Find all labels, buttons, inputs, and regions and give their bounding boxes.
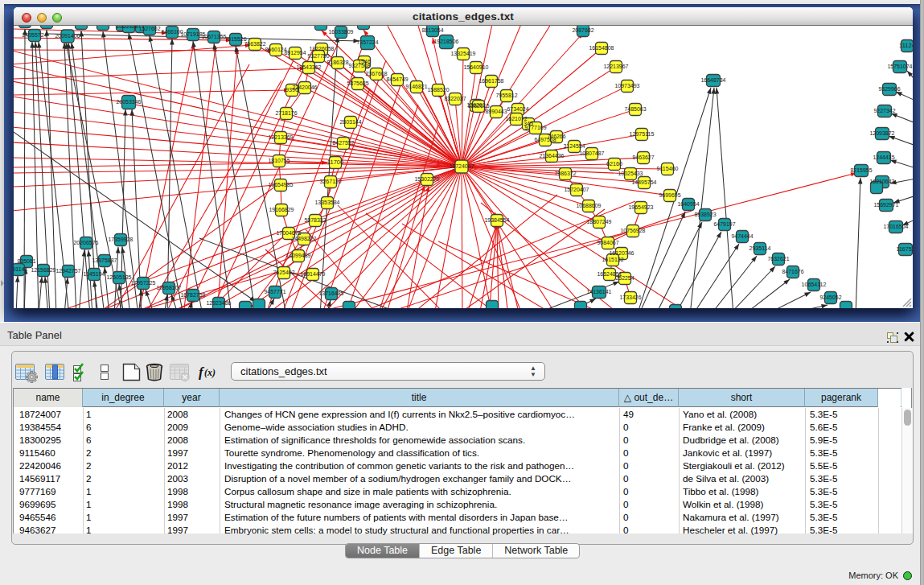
svg-text:9390: 9390 [285, 87, 298, 93]
svg-text:12093872: 12093872 [870, 130, 895, 136]
svg-text:12923486: 12923486 [207, 300, 232, 306]
svg-text:13975887: 13975887 [92, 257, 117, 263]
svg-text:7485063: 7485063 [625, 106, 647, 112]
svg-text:12213967: 12213967 [604, 64, 629, 69]
svg-text:835061: 835061 [18, 258, 36, 264]
svg-text:9699695: 9699695 [659, 192, 681, 198]
svg-text:14498222: 14498222 [292, 236, 317, 241]
svg-text:9474444: 9474444 [732, 233, 754, 239]
svg-text:62160: 62160 [606, 161, 622, 167]
svg-text:1527602: 1527602 [139, 26, 161, 31]
svg-text:8912954: 8912954 [285, 50, 306, 56]
svg-text:15720407: 15720407 [565, 187, 589, 192]
svg-text:12975115: 12975115 [630, 131, 655, 137]
svg-text:15302270: 15302270 [415, 176, 440, 182]
svg-text:9146821: 9146821 [406, 84, 428, 89]
svg-text:21364436: 21364436 [540, 153, 565, 159]
svg-text:14495754: 14495754 [632, 179, 657, 185]
svg-text:8454749: 8454749 [387, 76, 409, 82]
svg-text:10653287: 10653287 [117, 26, 142, 29]
svg-text:7986372: 7986372 [555, 171, 577, 176]
svg-text:8322037: 8322037 [445, 96, 466, 101]
svg-text:10807487: 10807487 [580, 150, 605, 156]
svg-text:11700: 11700 [327, 159, 343, 165]
svg-text:7625402: 7625402 [273, 270, 295, 275]
svg-text:9115460: 9115460 [657, 166, 679, 171]
svg-text:2935114: 2935114 [749, 245, 771, 251]
svg-text:2087682: 2087682 [573, 27, 594, 33]
svg-text:12942757: 12942757 [56, 268, 81, 274]
svg-text:6479197: 6479197 [714, 221, 736, 227]
svg-text:8938923: 8938923 [695, 212, 717, 217]
svg-text:17957225: 17957225 [131, 280, 156, 286]
svg-text:19166829: 19166829 [269, 207, 294, 212]
svg-text:10543362: 10543362 [297, 64, 322, 70]
svg-text:10973493: 10973493 [615, 83, 640, 89]
svg-text:7632621: 7632621 [768, 256, 790, 262]
svg-text:10756928: 10756928 [621, 228, 646, 233]
svg-text:8990443: 8990443 [486, 109, 507, 114]
svg-text:10654112: 10654112 [802, 282, 827, 287]
svg-text:5875685: 5875685 [347, 80, 369, 86]
svg-text:15751074: 15751074 [888, 64, 913, 69]
svg-text:9227342: 9227342 [874, 108, 896, 113]
svg-text:16648784: 16648784 [701, 77, 726, 83]
svg-text:8186328: 8186328 [327, 60, 349, 65]
svg-text:13716485: 13716485 [319, 290, 344, 296]
svg-text:19218506: 19218506 [434, 39, 459, 44]
svg-text:7357224: 7357224 [357, 39, 379, 45]
svg-text:19654923: 19654923 [629, 204, 654, 210]
svg-text:1733426: 1733426 [620, 295, 642, 300]
svg-text:10688609: 10688609 [577, 203, 602, 208]
svg-text:1640954: 1640954 [678, 201, 700, 207]
svg-text:3124554: 3124554 [564, 143, 585, 149]
svg-text:746266: 746266 [548, 134, 566, 139]
svg-text:2803144: 2803144 [340, 119, 362, 125]
svg-text:10671355: 10671355 [202, 34, 227, 39]
svg-text:16961758: 16961758 [479, 78, 504, 84]
svg-text:14136141: 14136141 [587, 289, 612, 295]
svg-text:14099489: 14099489 [286, 253, 311, 258]
svg-text:11124: 11124 [899, 43, 913, 48]
svg-text:20091406: 20091406 [55, 33, 80, 39]
svg-text:9327508: 9327508 [349, 63, 371, 68]
svg-text:13325419: 13325419 [451, 51, 476, 56]
svg-text:16782759: 16782759 [181, 292, 206, 298]
svg-text:19384554: 19384554 [485, 217, 510, 223]
svg-text:10025433: 10025433 [618, 171, 643, 176]
svg-text:20053346: 20053346 [117, 99, 142, 105]
svg-text:19654985: 19654985 [269, 182, 294, 187]
svg-text:9327750: 9327750 [308, 53, 330, 59]
svg-text:15692971: 15692971 [874, 202, 899, 208]
svg-text:9329966: 9329966 [879, 86, 901, 92]
svg-text:5878332: 5878332 [305, 217, 326, 223]
svg-text:17004675: 17004675 [277, 230, 302, 236]
svg-text:8471676: 8471676 [782, 269, 804, 274]
svg-text:9084067: 9084067 [598, 240, 619, 245]
svg-text:1615132: 1615132 [602, 257, 624, 262]
svg-text:2367608: 2367608 [366, 71, 388, 76]
svg-text:6734024: 6734024 [507, 106, 529, 112]
svg-text:16914479: 16914479 [301, 271, 326, 277]
svg-text:13353584: 13353584 [315, 200, 340, 205]
svg-text:16154808: 16154808 [589, 45, 614, 51]
svg-text:12156829: 12156829 [31, 267, 56, 273]
svg-text:17359928: 17359928 [109, 237, 133, 242]
svg-text:24055724: 24055724 [23, 32, 47, 38]
svg-text:7955812: 7955812 [496, 93, 518, 98]
svg-text:1810755: 1810755 [269, 158, 290, 163]
svg-text:15640910: 15640910 [464, 64, 489, 70]
svg-text:12213369: 12213369 [269, 134, 294, 140]
svg-text:3267110: 3267110 [320, 179, 342, 184]
svg-text:20206576: 20206576 [74, 240, 99, 245]
svg-text:9777169: 9777169 [525, 125, 547, 130]
svg-text:252254: 252254 [616, 275, 634, 281]
svg-text:116753: 116753 [897, 246, 914, 252]
svg-text:7663822: 7663822 [244, 41, 266, 47]
svg-text:13226058: 13226058 [310, 46, 335, 51]
svg-text:8813054: 8813054 [422, 27, 444, 33]
svg-text:1362615: 1362615 [468, 103, 490, 109]
svg-text:8427552: 8427552 [333, 140, 355, 146]
svg-text:391141: 391141 [14, 266, 28, 272]
svg-text:10958107: 10958107 [157, 285, 182, 290]
